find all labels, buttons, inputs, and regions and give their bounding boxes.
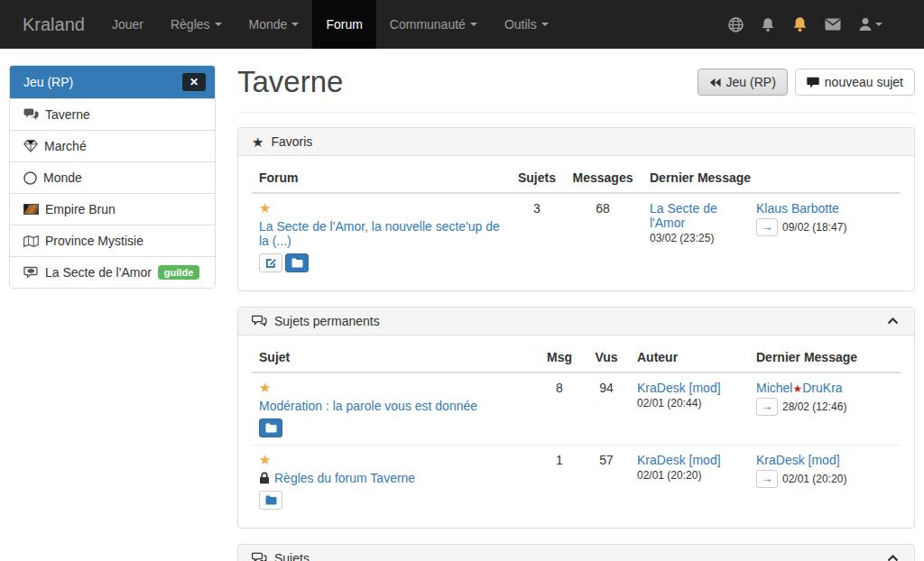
goto-last-post-icon[interactable]: →: [756, 218, 778, 236]
sidebar-item-label: Taverne: [45, 107, 90, 122]
favoris-panel: ★ Favoris Forum Sujets Messages Dernier …: [237, 127, 915, 291]
nav-item-jouer[interactable]: Jouer: [98, 0, 157, 49]
table-row: ★ Modération : la parole vous est donnée…: [252, 372, 901, 446]
nav-item-regles[interactable]: Règles: [157, 0, 236, 49]
navbar-icon-group: [723, 0, 924, 49]
sidebar-item-taverne[interactable]: Taverne: [10, 98, 215, 130]
topic-link[interactable]: Modération : la parole vous est donnée: [259, 399, 477, 413]
sujets-panel: Sujets Afficher 10 lignes Rechercher: [237, 544, 915, 561]
guilde-badge: guilde: [158, 265, 199, 280]
edit-icon[interactable]: [259, 253, 282, 272]
table-row: ★ Règles du forum Taverne: [252, 446, 901, 518]
sidebar-header: Jeu (RP) ✕: [10, 66, 215, 98]
last-post-date: 28/02 (12:46): [782, 400, 846, 413]
last-message-date: 03/02 (23:25): [650, 232, 742, 244]
vus-count: 94: [583, 372, 630, 446]
favorite-star-icon[interactable]: ★: [259, 380, 271, 395]
chevron-up-icon[interactable]: [885, 553, 901, 561]
forum-link[interactable]: La Secte de l'Amor, la nouvelle secte'up…: [259, 219, 504, 248]
msg-count: 8: [536, 372, 583, 446]
nav-item-forum[interactable]: Forum: [312, 0, 375, 49]
sidebar-item-label: Marché: [44, 139, 87, 153]
last-poster-link[interactable]: KraDesk [mod]: [756, 453, 840, 467]
sujets-permanents-table: Sujet Msg Vus Auteur Dernier Message ★ M…: [252, 343, 901, 517]
eye-comment-icon: [23, 266, 39, 279]
author-link[interactable]: KraDesk [mod]: [637, 453, 721, 467]
col-dernier-message: Dernier Message: [749, 343, 901, 372]
circle-icon: [23, 171, 37, 185]
bell-alert-icon[interactable]: [787, 11, 813, 38]
button-label: nouveau sujet: [825, 75, 903, 89]
gem-icon: [23, 140, 38, 152]
top-navbar: Kraland Jouer Règles Monde Forum Communa…: [0, 0, 924, 49]
globe-icon[interactable]: [723, 12, 749, 38]
nav-label: Jouer: [112, 17, 143, 32]
nav-item-monde[interactable]: Monde: [236, 0, 313, 49]
map-icon: [23, 235, 39, 247]
close-icon[interactable]: ✕: [182, 73, 206, 91]
sujets-permanents-panel: Sujets permanents Sujet Msg Vus Auteur D…: [237, 307, 915, 529]
favorite-star-icon[interactable]: ★: [259, 452, 271, 467]
col-forum: Forum: [252, 163, 511, 193]
favoris-panel-header: ★ Favoris: [238, 128, 914, 156]
sidebar-item-province-mystisie[interactable]: Province Mystisie: [10, 225, 215, 256]
sidebar-item-la-secte-de-l-amor[interactable]: La Secte de l'Amor guilde: [10, 256, 215, 288]
last-poster-link[interactable]: Michel: [756, 381, 792, 395]
sujets-permanents-header: Sujets permanents: [238, 308, 914, 336]
sidebar-item-label: Monde: [43, 170, 82, 185]
chevron-up-icon[interactable]: [885, 316, 901, 326]
sidebar-item-label: Empire Brun: [45, 202, 116, 216]
author-date: 02/01 (20:44): [637, 397, 742, 409]
sidebar-item-empire-brun[interactable]: Empire Brun: [10, 193, 215, 225]
col-sujets: Sujets: [511, 163, 563, 193]
brand-logo[interactable]: Kraland: [0, 0, 98, 49]
nav-item-outils[interactable]: Outils: [491, 0, 562, 49]
comment-icon: [807, 77, 819, 88]
nav-label: Monde: [249, 17, 288, 32]
sidebar-item-monde[interactable]: Monde: [10, 161, 215, 193]
last-poster-link[interactable]: Klaus Barbotte: [756, 201, 839, 216]
sidebar-item-marche[interactable]: Marché: [10, 130, 215, 161]
favorite-star-icon[interactable]: ★: [259, 200, 271, 216]
new-topic-button[interactable]: nouveau sujet: [795, 69, 915, 96]
msg-count: 1: [536, 446, 583, 518]
author-link[interactable]: KraDesk [mod]: [637, 381, 721, 395]
envelope-icon[interactable]: [819, 13, 846, 36]
nav-label: Forum: [326, 17, 362, 32]
col-dernier-message: Dernier Message: [642, 163, 901, 193]
comments-icon: [252, 552, 267, 561]
last-poster-link[interactable]: DruKra: [802, 381, 842, 395]
comments-icon: [252, 315, 267, 327]
favoris-table: Forum Sujets Messages Dernier Message ★ …: [252, 163, 901, 280]
forum-sidebar: Jeu (RP) ✕ Taverne Marché Monde Empire B…: [9, 65, 216, 561]
topic-link[interactable]: Règles du forum Taverne: [274, 471, 415, 485]
red-star-icon: ★: [792, 382, 802, 395]
last-post-date: 09/02 (18:47): [782, 221, 846, 234]
caret-down-icon: [470, 23, 477, 26]
panel-title: Favoris: [271, 134, 312, 149]
col-vus: Vus: [583, 343, 630, 372]
last-message-forum-link[interactable]: La Secte de l'Amor: [650, 201, 717, 230]
panel-title: Sujets: [274, 551, 310, 561]
folder-icon[interactable]: [285, 253, 309, 272]
caret-down-icon: [215, 23, 222, 26]
goto-last-post-icon[interactable]: →: [756, 470, 778, 488]
user-menu-icon[interactable]: [853, 12, 888, 37]
page-title: Taverne: [237, 65, 343, 99]
folder-icon[interactable]: [259, 491, 282, 510]
col-msg: Msg: [536, 343, 583, 372]
button-label: Jeu (RP): [726, 75, 776, 89]
table-row: ★ La Secte de l'Amor, la nouvelle secte'…: [252, 193, 901, 280]
author-date: 02/01 (20:20): [637, 469, 742, 482]
comments-icon: [23, 108, 39, 121]
sidebar-item-label: La Secte de l'Amor: [45, 265, 152, 280]
nav-label: Communauté: [390, 17, 466, 32]
sidebar-title: Jeu (RP): [23, 75, 73, 89]
folder-icon[interactable]: [259, 418, 282, 437]
nav-label: Règles: [171, 17, 210, 32]
rewind-icon: [709, 78, 721, 87]
bell-icon[interactable]: [755, 12, 781, 38]
goto-last-post-icon[interactable]: →: [756, 398, 778, 416]
back-to-jeu-rp-button[interactable]: Jeu (RP): [698, 69, 788, 96]
nav-item-communaute[interactable]: Communauté: [376, 0, 491, 49]
